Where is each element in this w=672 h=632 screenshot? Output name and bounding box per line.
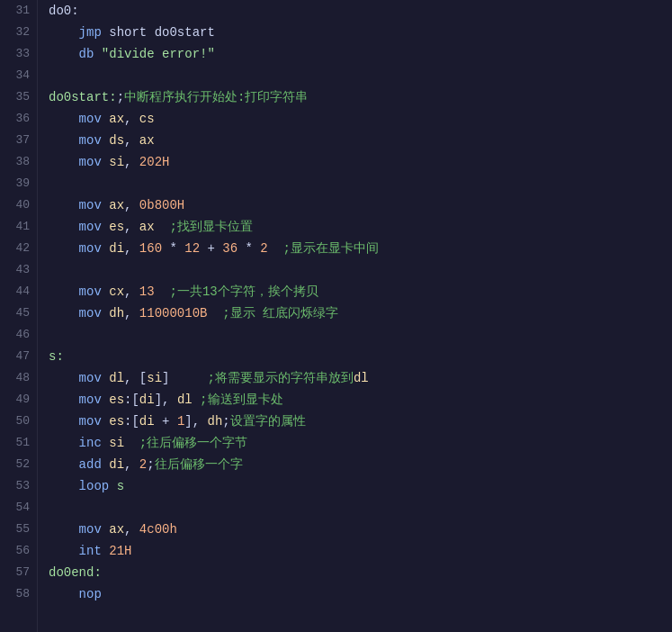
num-segment: 21H bbox=[109, 544, 131, 558]
plain-segment bbox=[102, 220, 109, 234]
reg-segment: dl bbox=[354, 371, 369, 385]
indent-segment bbox=[49, 457, 79, 472]
reg-segment: dh bbox=[208, 414, 223, 429]
reg-segment: di bbox=[109, 241, 124, 256]
plain-segment bbox=[109, 479, 116, 493]
line-number: 50 bbox=[7, 411, 30, 432]
code-line: do0end: bbox=[49, 562, 661, 583]
indent-segment bbox=[49, 436, 79, 450]
indent-segment bbox=[49, 479, 79, 493]
code-line: int 21H bbox=[49, 540, 661, 562]
plain-segment: , bbox=[124, 522, 139, 537]
kw-segment: jmp bbox=[79, 25, 102, 40]
code-line: mov ax, cs bbox=[49, 108, 661, 130]
reg-segment: ax bbox=[109, 198, 124, 212]
line-number: 42 bbox=[7, 238, 30, 259]
kw-segment: mov bbox=[79, 371, 102, 385]
reg-segment: dl bbox=[109, 371, 124, 385]
plain-segment bbox=[268, 241, 283, 256]
cmt-segment: ;找到显卡位置 bbox=[169, 220, 252, 234]
plain-segment bbox=[102, 414, 109, 429]
code-line: inc si ;往后偏移一个字节 bbox=[49, 432, 661, 454]
plain-segment: , bbox=[124, 220, 139, 234]
line-number: 41 bbox=[7, 216, 30, 238]
code-line bbox=[49, 65, 661, 86]
reg-segment: di bbox=[109, 457, 124, 472]
kw-segment: mov bbox=[79, 133, 102, 148]
indent-segment bbox=[49, 133, 79, 148]
cmt-segment: ;显示在显卡中间 bbox=[283, 241, 379, 256]
plain-segment bbox=[102, 522, 109, 537]
plain-segment: , bbox=[124, 241, 139, 256]
line-number: 32 bbox=[7, 22, 30, 43]
plain-segment: , bbox=[124, 457, 139, 472]
indent-segment bbox=[49, 47, 79, 61]
plain-segment bbox=[102, 155, 109, 169]
line-number: 55 bbox=[7, 519, 30, 540]
indent-segment bbox=[49, 198, 79, 212]
lbl-segment: s: bbox=[49, 349, 64, 364]
line-number: 46 bbox=[7, 324, 30, 346]
cmt-segment: ;显示 红底闪烁绿字 bbox=[222, 306, 338, 321]
kw-segment: mov bbox=[79, 414, 102, 429]
kw-segment: db bbox=[79, 47, 94, 61]
line-number: 44 bbox=[7, 281, 30, 302]
code-line bbox=[49, 324, 661, 346]
num-segment: 160 bbox=[139, 241, 162, 256]
line-number: 54 bbox=[7, 497, 30, 519]
plain-segment: , [ bbox=[124, 371, 147, 385]
code-area: do0: jmp short do0start db "divide error… bbox=[38, 0, 672, 632]
plain-segment bbox=[102, 544, 109, 558]
kw-segment: mov bbox=[79, 198, 102, 212]
reg-segment: si bbox=[109, 155, 124, 169]
cmt-segment: 中断程序执行开始处:打印字符串 bbox=[124, 90, 308, 104]
num-segment: 11000010B bbox=[139, 306, 208, 321]
cmt-segment: 设置字的属性 bbox=[230, 414, 306, 429]
kw-segment: mov bbox=[79, 393, 102, 407]
num-segment: 13 bbox=[139, 284, 155, 299]
code-line: mov si, 202H bbox=[49, 151, 661, 173]
code-line: loop s bbox=[49, 475, 661, 497]
plain-segment: , bbox=[124, 284, 139, 299]
code-line: mov cx, 13 ;一共13个字符，挨个拷贝 bbox=[49, 281, 661, 302]
line-number: 39 bbox=[7, 173, 30, 194]
code-line: mov ax, 4c00h bbox=[49, 519, 661, 540]
kw-segment: mov bbox=[79, 241, 102, 256]
indent-segment bbox=[49, 522, 79, 537]
indent-segment bbox=[49, 25, 79, 40]
num-segment: 36 bbox=[222, 241, 237, 256]
plain-segment: short do0start bbox=[102, 25, 215, 40]
plain-segment: ] bbox=[162, 371, 207, 385]
line-number: 37 bbox=[7, 130, 30, 151]
code-line: mov ds, ax bbox=[49, 130, 661, 151]
str-segment: "divide error!" bbox=[102, 47, 215, 61]
kw-segment: int bbox=[79, 544, 102, 558]
cmt-segment: 往后偏移一个字 bbox=[155, 457, 243, 472]
line-numbers: 3132333435363738394041424344454647484950… bbox=[0, 0, 38, 632]
code-line: mov es, ax ;找到显卡位置 bbox=[49, 216, 661, 238]
reg-segment: ax bbox=[139, 220, 155, 234]
line-number: 33 bbox=[7, 43, 30, 65]
reg-segment: es bbox=[109, 393, 124, 407]
code-line: mov di, 160 * 12 + 36 * 2 ;显示在显卡中间 bbox=[49, 238, 661, 259]
cmt-segment: ;往后偏移一个字节 bbox=[139, 436, 247, 450]
indent-segment bbox=[49, 587, 79, 601]
code-line bbox=[49, 173, 661, 194]
kw-segment: mov bbox=[79, 306, 102, 321]
kw-segment: mov bbox=[79, 155, 102, 169]
plain-segment bbox=[193, 393, 200, 407]
reg-segment: si bbox=[109, 436, 124, 450]
plain-segment bbox=[155, 284, 170, 299]
reg-segment: ax bbox=[109, 112, 124, 126]
plain-segment bbox=[102, 457, 109, 472]
code-line: mov dl, [si] ;将需要显示的字符串放到dl bbox=[49, 367, 661, 389]
num-segment: 2 bbox=[139, 457, 147, 472]
line-number: 52 bbox=[7, 454, 30, 475]
indent-segment bbox=[49, 306, 79, 321]
code-line: do0start:;中断程序执行开始处:打印字符串 bbox=[49, 86, 661, 108]
plain-segment: ], bbox=[155, 393, 177, 407]
plain-segment: * bbox=[162, 241, 184, 256]
indent-segment bbox=[49, 220, 79, 234]
plain-segment: , bbox=[124, 198, 139, 212]
line-number: 36 bbox=[7, 108, 30, 130]
